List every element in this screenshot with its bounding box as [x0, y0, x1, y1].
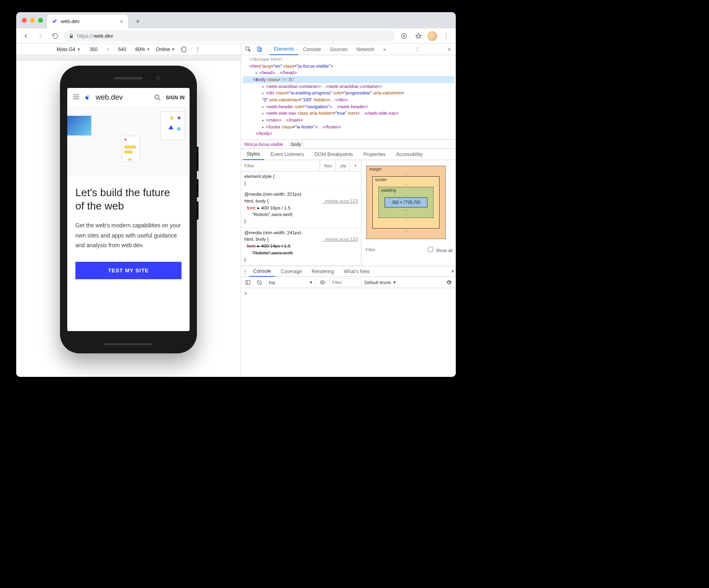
install-pwa-icon[interactable]: [398, 30, 410, 42]
dom-tree[interactable]: <!doctype html> <html lang="en" class="j…: [241, 55, 456, 140]
hero-section: Let's build the future of the web Get th…: [67, 176, 190, 289]
computed-filter: Show all: [361, 243, 456, 256]
hero-body: Get the web's modern capabilities on you…: [75, 220, 182, 250]
bookmark-icon[interactable]: [413, 30, 424, 42]
drawer-close-icon[interactable]: ×: [451, 269, 454, 274]
device-frame-wrap: web.dev SIGN IN: [16, 61, 241, 377]
lock-icon: [69, 34, 74, 38]
url-scheme: https://: [77, 33, 93, 39]
computed-sidebar: margin- border- padding- 360 × 7729.700 …: [361, 160, 456, 266]
devtools-close-icon[interactable]: ×: [444, 46, 454, 53]
rotate-icon[interactable]: [181, 46, 187, 53]
site-logo[interactable]: web.dev: [84, 93, 123, 102]
minimize-window-icon[interactable]: [30, 18, 35, 23]
rule-element-style[interactable]: element.style {}: [241, 171, 361, 189]
drawer-tab-rendering[interactable]: Rendering: [308, 267, 338, 276]
console-prompt[interactable]: >: [241, 288, 456, 299]
log-levels-select[interactable]: Default levels ▼: [364, 280, 396, 285]
svg-rect-6: [246, 280, 250, 284]
console-sidebar-icon[interactable]: [243, 278, 252, 287]
webdev-logo-icon: [84, 93, 93, 102]
search-icon[interactable]: [154, 94, 162, 102]
address-bar[interactable]: https://web.dev: [64, 30, 395, 42]
rule-media-321[interactable]: @media (min-width: 321px) html, body {_m…: [241, 189, 361, 227]
live-expr-icon[interactable]: [318, 278, 327, 287]
rule-media-241[interactable]: @media (min-width: 241px) html, body {_m…: [241, 228, 361, 266]
styles-body: :hov .cls ＋ element.style {} @media (min…: [241, 160, 456, 266]
hero-illustration: [67, 107, 190, 176]
context-select[interactable]: top ▼: [269, 280, 313, 285]
fullscreen-window-icon[interactable]: [38, 18, 43, 23]
device-mode-icon[interactable]: [254, 44, 265, 55]
url-host: web.dev: [94, 33, 113, 39]
new-tab-button[interactable]: +: [132, 16, 143, 27]
phone-button: [197, 201, 199, 220]
browser-window: web.dev × + https://web.dev ⋮ Moto G4▼ 3…: [16, 12, 456, 377]
styles-filter-input[interactable]: [241, 163, 320, 168]
devtools-drawer: ⋮ Console Coverage Rendering What's New …: [241, 266, 456, 377]
show-all-toggle[interactable]: Show all: [426, 246, 453, 253]
drawer-tab-whatsnew[interactable]: What's New: [340, 267, 374, 276]
brand-text: web.dev: [96, 93, 123, 102]
back-button[interactable]: [20, 30, 32, 42]
devtools-menu-icon[interactable]: ⋮: [411, 46, 423, 53]
close-tab-icon[interactable]: ×: [120, 18, 123, 25]
dim-sep: ×: [107, 47, 109, 52]
tab-dom-breakpoints[interactable]: DOM Breakpoints: [310, 149, 357, 160]
tab-accessibility[interactable]: Accessibility: [392, 149, 427, 160]
close-window-icon[interactable]: [22, 18, 27, 23]
box-model[interactable]: margin- border- padding- 360 × 7729.700 …: [361, 160, 451, 243]
drawer-menu-icon[interactable]: ⋮: [243, 269, 248, 274]
rendered-page: web.dev SIGN IN: [67, 88, 190, 331]
crumb-html[interactable]: html.js-focus-visible: [244, 142, 283, 147]
zoom-select[interactable]: 80%▼: [135, 47, 150, 52]
tab-strip: web.dev × +: [16, 12, 456, 28]
styles-filter-row: :hov .cls ＋: [241, 160, 361, 171]
drawer-tab-console[interactable]: Console: [249, 266, 275, 277]
styles-tabs: Styles Event Listeners DOM Breakpoints P…: [241, 149, 456, 160]
new-rule-icon[interactable]: ＋: [349, 160, 361, 171]
console-filter-input[interactable]: [329, 278, 362, 287]
tab-network[interactable]: Network: [352, 44, 378, 55]
devtools-tabs: Elements Console Sources Network » ⋮ ×: [241, 44, 456, 55]
device-height[interactable]: 640: [115, 47, 130, 52]
device-width[interactable]: 360: [86, 47, 101, 52]
device-more-icon[interactable]: ⋮: [195, 47, 200, 52]
computed-filter-input[interactable]: [365, 247, 422, 252]
cta-button[interactable]: TEST MY SITE: [75, 262, 182, 279]
tab-console[interactable]: Console: [299, 44, 325, 55]
devtools-panel: Elements Console Sources Network » ⋮ × <…: [241, 44, 456, 377]
reload-button[interactable]: [49, 30, 61, 42]
phone-home-bar: [104, 343, 153, 345]
device-select[interactable]: Moto G4▼: [57, 47, 81, 52]
phone-button: [197, 147, 199, 171]
tab-event-listeners[interactable]: Event Listeners: [267, 149, 308, 160]
favicon-icon: [52, 19, 58, 24]
hov-toggle[interactable]: :hov: [320, 160, 335, 171]
breadcrumb[interactable]: html.js-focus-visible body: [241, 140, 456, 149]
tab-properties[interactable]: Properties: [359, 149, 390, 160]
ruler: [16, 55, 241, 61]
forward-button[interactable]: [35, 30, 46, 42]
tab-sources[interactable]: Sources: [326, 44, 352, 55]
throttle-select[interactable]: Online▼: [156, 47, 175, 52]
tab-elements[interactable]: Elements: [270, 44, 298, 55]
profile-avatar[interactable]: [427, 31, 437, 41]
drawer-tab-coverage[interactable]: Coverage: [277, 267, 306, 276]
device-toolbar: Moto G4▼ 360 × 640 80%▼ Online▼ ⋮: [16, 44, 241, 55]
tabs-overflow-icon[interactable]: »: [379, 44, 390, 55]
tab-styles[interactable]: Styles: [243, 149, 264, 160]
browser-tab[interactable]: web.dev ×: [47, 15, 128, 28]
inspect-icon[interactable]: [243, 44, 253, 55]
content-area: Moto G4▼ 360 × 640 80%▼ Online▼ ⋮: [16, 44, 456, 377]
crumb-body[interactable]: body: [289, 141, 303, 147]
toolbar: https://web.dev ⋮: [16, 28, 456, 44]
chrome-menu-icon[interactable]: ⋮: [440, 30, 452, 42]
console-toolbar: top ▼ Default levels ▼: [241, 277, 456, 288]
svg-point-2: [155, 95, 159, 99]
clear-console-icon[interactable]: [255, 278, 264, 287]
sign-in-button[interactable]: SIGN IN: [166, 95, 185, 100]
cls-toggle[interactable]: .cls: [335, 160, 349, 171]
hamburger-icon[interactable]: [72, 93, 80, 103]
console-settings-icon[interactable]: [444, 278, 453, 287]
